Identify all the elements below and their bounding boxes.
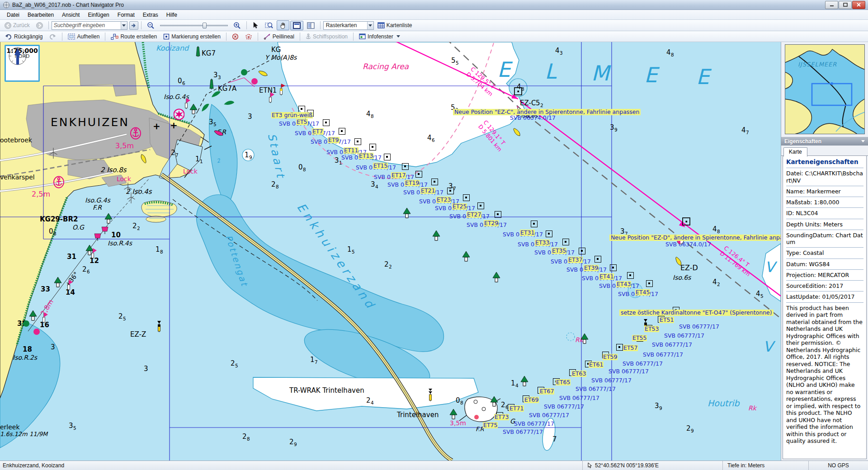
redo-button[interactable] bbox=[46, 32, 59, 41]
buoy-symbol-flarep bbox=[209, 125, 226, 140]
buoy-marker-box bbox=[339, 128, 345, 135]
overview-minimap[interactable]: IJSSELMEER bbox=[785, 44, 865, 134]
split-view-button[interactable] bbox=[304, 21, 317, 30]
depth-sounding: 3 bbox=[51, 344, 55, 351]
svb-reference: SVB 06777/17 bbox=[559, 395, 599, 401]
buoy-label-et7: ET7 bbox=[312, 128, 324, 135]
chart-canvas[interactable]: KooizandStaartPottengatEnkhuizerzandELME… bbox=[0, 42, 781, 461]
create-marker-button[interactable]: Markierung erstellen bbox=[160, 32, 223, 41]
toolbar-edit: Rückgängig Aufhellen Route erstellen Mar… bbox=[0, 31, 868, 42]
cursor-icon bbox=[252, 22, 259, 29]
depth-sounding: 08 bbox=[49, 228, 56, 235]
buoy-label-et31: ET31 bbox=[520, 230, 535, 236]
buoy-marker-box bbox=[531, 221, 538, 227]
property-row: Name: Markermeer bbox=[786, 186, 863, 197]
property-row: LastUpdate: 01/05/2017 bbox=[786, 291, 863, 302]
create-route-button[interactable]: Route erstellen bbox=[108, 32, 160, 41]
depth-sounding: 52 bbox=[536, 100, 543, 107]
buoy-label-et5: ET5 bbox=[296, 119, 308, 125]
pan-tool-button[interactable] bbox=[277, 20, 289, 30]
ship-position-button[interactable]: Schiffsposition bbox=[303, 32, 350, 41]
search-input[interactable] bbox=[52, 22, 121, 28]
property-row: Projection: MERCATOR bbox=[786, 270, 863, 281]
tab-karte[interactable]: Karte bbox=[783, 147, 807, 157]
forward-button[interactable] bbox=[33, 21, 46, 30]
chart-label: KG bbox=[271, 47, 281, 53]
depth-sounding: 3 bbox=[248, 113, 252, 120]
buoy-marker-box bbox=[627, 272, 634, 279]
buoy-symbol-anchor bbox=[130, 127, 141, 141]
back-icon bbox=[5, 22, 11, 29]
chart-label: 10 bbox=[111, 232, 121, 239]
menu-ansicht[interactable]: Ansicht bbox=[58, 10, 84, 19]
chart-label: TR-WRAK Trintelhaven bbox=[289, 387, 364, 394]
select-tool-button[interactable] bbox=[250, 20, 261, 30]
single-view-button[interactable] bbox=[290, 21, 303, 30]
depth-sounding: 26 bbox=[501, 402, 508, 409]
zoom-area-tool-button[interactable] bbox=[262, 20, 276, 30]
properties-header[interactable]: Eigenschaften bbox=[781, 137, 868, 146]
chart-label: 1.6s.12m 11/9M bbox=[0, 431, 47, 437]
chart-label: V bbox=[763, 339, 773, 354]
delete-object-button[interactable] bbox=[229, 32, 241, 41]
buoy-symbol-anchor bbox=[53, 176, 64, 189]
zoom-slider-thumb[interactable] bbox=[203, 23, 207, 28]
buoy-symbol-wreck bbox=[425, 389, 436, 402]
status-depth-units: Tiefe in: Meters bbox=[722, 461, 808, 470]
zoom-in-button[interactable] bbox=[231, 20, 244, 30]
menu-extras[interactable]: Extras bbox=[139, 10, 162, 19]
delete-area-button[interactable] bbox=[242, 32, 255, 41]
search-dropdown-arrow[interactable] bbox=[121, 22, 127, 29]
chart-label: EZ-Z bbox=[130, 331, 146, 338]
chart-label: M bbox=[591, 63, 609, 84]
zoom-slider[interactable] bbox=[160, 21, 228, 29]
panel-tab-row: Karte bbox=[781, 146, 868, 156]
depth-sounding: 7 bbox=[552, 436, 557, 443]
north-arrow-icon bbox=[6, 46, 29, 66]
property-row: Datum: WGS84 bbox=[786, 259, 863, 270]
search-go-button[interactable] bbox=[129, 21, 138, 30]
depth-sounding: 29 bbox=[289, 439, 297, 446]
bearing-ruler-button[interactable]: Peillineal bbox=[261, 32, 297, 41]
back-button[interactable]: Zurück bbox=[2, 21, 33, 30]
depth-sounding: 11 bbox=[195, 156, 203, 163]
menu-bearbeiten[interactable]: Bearbeiten bbox=[24, 10, 58, 19]
chart-list-icon bbox=[377, 22, 385, 28]
brighten-button[interactable]: Aufhellen bbox=[65, 32, 102, 41]
zoom-in-icon bbox=[233, 22, 241, 29]
chart-label: Pottengat bbox=[224, 234, 249, 288]
chart-label: O.G bbox=[72, 224, 84, 230]
menu-datei[interactable]: Datei bbox=[3, 10, 24, 19]
svb-reference: SVB 06777/17 bbox=[514, 421, 554, 427]
brighten-label: Aufhellen bbox=[77, 33, 99, 40]
buoy-marker-box bbox=[562, 239, 569, 245]
route-icon bbox=[111, 33, 118, 40]
status-gps: NO GPS bbox=[808, 461, 868, 470]
info-window-label: Infofenster bbox=[368, 33, 393, 40]
close-button[interactable] bbox=[852, 1, 865, 9]
maximize-button[interactable] bbox=[839, 1, 852, 9]
buoy-marker-box bbox=[402, 163, 409, 170]
buoy-marker-box bbox=[384, 154, 391, 160]
menu-hilfe[interactable]: Hilfe bbox=[162, 10, 181, 19]
menu-einfgen[interactable]: Einfügen bbox=[84, 10, 113, 19]
chart-type-select[interactable]: Rasterkarten bbox=[323, 21, 374, 30]
buoy-symbol-gcone bbox=[52, 275, 63, 288]
depth-sounding: 29 bbox=[686, 425, 693, 432]
chart-label: 2 Iso.8s bbox=[100, 167, 127, 174]
chart-properties: Karteneigenschaften Datei: C:\CHARTKIT\B… bbox=[783, 156, 867, 459]
undo-icon bbox=[5, 33, 12, 40]
undo-button[interactable]: Rückgängig bbox=[2, 32, 45, 41]
depth-sounding: 08 bbox=[298, 164, 306, 171]
menu-format[interactable]: Format bbox=[113, 10, 139, 19]
marker-label: Markierung erstellen bbox=[171, 33, 221, 40]
buoy-marker-box bbox=[610, 264, 617, 271]
depth-sounding: 34 bbox=[371, 181, 378, 188]
minimize-button[interactable] bbox=[825, 1, 838, 9]
svb-reference: SVB 06777/17 bbox=[503, 429, 543, 435]
buoy-symbol-flarey bbox=[136, 151, 151, 168]
chart-list-button[interactable]: Kartenliste bbox=[375, 21, 415, 30]
info-window-button[interactable]: Infofenster bbox=[356, 32, 403, 41]
zoom-out-button[interactable] bbox=[144, 20, 157, 30]
chart-label: Lock bbox=[183, 168, 198, 174]
